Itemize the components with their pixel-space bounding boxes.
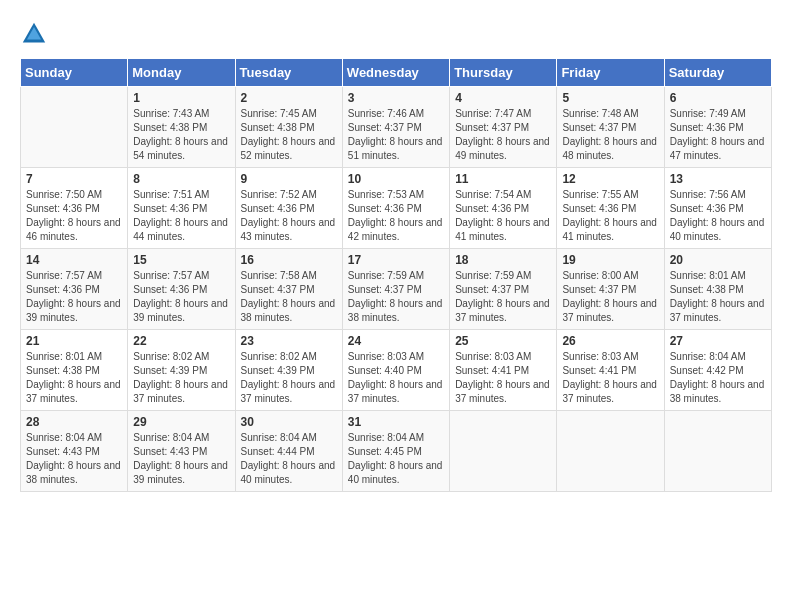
day-number: 2 bbox=[241, 91, 337, 105]
logo-icon bbox=[20, 20, 48, 48]
cell-content: Sunrise: 8:03 AMSunset: 4:40 PMDaylight:… bbox=[348, 350, 444, 406]
day-number: 20 bbox=[670, 253, 766, 267]
cell-content: Sunrise: 7:57 AMSunset: 4:36 PMDaylight:… bbox=[26, 269, 122, 325]
day-number: 31 bbox=[348, 415, 444, 429]
cell-content: Sunrise: 7:47 AMSunset: 4:37 PMDaylight:… bbox=[455, 107, 551, 163]
calendar-cell: 20 Sunrise: 8:01 AMSunset: 4:38 PMDaylig… bbox=[664, 249, 771, 330]
day-number: 11 bbox=[455, 172, 551, 186]
calendar-cell bbox=[557, 411, 664, 492]
day-header-tuesday: Tuesday bbox=[235, 59, 342, 87]
calendar-table: SundayMondayTuesdayWednesdayThursdayFrid… bbox=[20, 58, 772, 492]
calendar-cell: 2 Sunrise: 7:45 AMSunset: 4:38 PMDayligh… bbox=[235, 87, 342, 168]
calendar-cell bbox=[21, 87, 128, 168]
day-number: 22 bbox=[133, 334, 229, 348]
calendar-cell: 8 Sunrise: 7:51 AMSunset: 4:36 PMDayligh… bbox=[128, 168, 235, 249]
cell-content: Sunrise: 7:58 AMSunset: 4:37 PMDaylight:… bbox=[241, 269, 337, 325]
cell-content: Sunrise: 7:59 AMSunset: 4:37 PMDaylight:… bbox=[348, 269, 444, 325]
calendar-week-row: 1 Sunrise: 7:43 AMSunset: 4:38 PMDayligh… bbox=[21, 87, 772, 168]
cell-content: Sunrise: 8:03 AMSunset: 4:41 PMDaylight:… bbox=[455, 350, 551, 406]
calendar-week-row: 7 Sunrise: 7:50 AMSunset: 4:36 PMDayligh… bbox=[21, 168, 772, 249]
day-number: 4 bbox=[455, 91, 551, 105]
day-number: 24 bbox=[348, 334, 444, 348]
day-number: 27 bbox=[670, 334, 766, 348]
day-number: 12 bbox=[562, 172, 658, 186]
page-header bbox=[20, 20, 772, 48]
calendar-cell: 9 Sunrise: 7:52 AMSunset: 4:36 PMDayligh… bbox=[235, 168, 342, 249]
day-number: 26 bbox=[562, 334, 658, 348]
cell-content: Sunrise: 8:02 AMSunset: 4:39 PMDaylight:… bbox=[133, 350, 229, 406]
day-header-wednesday: Wednesday bbox=[342, 59, 449, 87]
calendar-cell: 11 Sunrise: 7:54 AMSunset: 4:36 PMDaylig… bbox=[450, 168, 557, 249]
calendar-cell: 16 Sunrise: 7:58 AMSunset: 4:37 PMDaylig… bbox=[235, 249, 342, 330]
calendar-cell: 18 Sunrise: 7:59 AMSunset: 4:37 PMDaylig… bbox=[450, 249, 557, 330]
day-header-saturday: Saturday bbox=[664, 59, 771, 87]
calendar-cell: 25 Sunrise: 8:03 AMSunset: 4:41 PMDaylig… bbox=[450, 330, 557, 411]
day-number: 29 bbox=[133, 415, 229, 429]
cell-content: Sunrise: 8:04 AMSunset: 4:43 PMDaylight:… bbox=[26, 431, 122, 487]
calendar-cell: 15 Sunrise: 7:57 AMSunset: 4:36 PMDaylig… bbox=[128, 249, 235, 330]
cell-content: Sunrise: 8:00 AMSunset: 4:37 PMDaylight:… bbox=[562, 269, 658, 325]
cell-content: Sunrise: 8:03 AMSunset: 4:41 PMDaylight:… bbox=[562, 350, 658, 406]
cell-content: Sunrise: 8:04 AMSunset: 4:42 PMDaylight:… bbox=[670, 350, 766, 406]
day-number: 1 bbox=[133, 91, 229, 105]
cell-content: Sunrise: 7:53 AMSunset: 4:36 PMDaylight:… bbox=[348, 188, 444, 244]
cell-content: Sunrise: 7:52 AMSunset: 4:36 PMDaylight:… bbox=[241, 188, 337, 244]
day-header-friday: Friday bbox=[557, 59, 664, 87]
day-number: 25 bbox=[455, 334, 551, 348]
day-number: 7 bbox=[26, 172, 122, 186]
calendar-cell: 19 Sunrise: 8:00 AMSunset: 4:37 PMDaylig… bbox=[557, 249, 664, 330]
calendar-cell: 23 Sunrise: 8:02 AMSunset: 4:39 PMDaylig… bbox=[235, 330, 342, 411]
calendar-cell bbox=[450, 411, 557, 492]
calendar-cell: 17 Sunrise: 7:59 AMSunset: 4:37 PMDaylig… bbox=[342, 249, 449, 330]
calendar-header-row: SundayMondayTuesdayWednesdayThursdayFrid… bbox=[21, 59, 772, 87]
cell-content: Sunrise: 8:04 AMSunset: 4:45 PMDaylight:… bbox=[348, 431, 444, 487]
cell-content: Sunrise: 7:56 AMSunset: 4:36 PMDaylight:… bbox=[670, 188, 766, 244]
day-number: 17 bbox=[348, 253, 444, 267]
calendar-week-row: 21 Sunrise: 8:01 AMSunset: 4:38 PMDaylig… bbox=[21, 330, 772, 411]
calendar-cell: 31 Sunrise: 8:04 AMSunset: 4:45 PMDaylig… bbox=[342, 411, 449, 492]
calendar-cell: 14 Sunrise: 7:57 AMSunset: 4:36 PMDaylig… bbox=[21, 249, 128, 330]
cell-content: Sunrise: 7:55 AMSunset: 4:36 PMDaylight:… bbox=[562, 188, 658, 244]
calendar-cell: 7 Sunrise: 7:50 AMSunset: 4:36 PMDayligh… bbox=[21, 168, 128, 249]
day-number: 8 bbox=[133, 172, 229, 186]
calendar-week-row: 14 Sunrise: 7:57 AMSunset: 4:36 PMDaylig… bbox=[21, 249, 772, 330]
day-number: 9 bbox=[241, 172, 337, 186]
cell-content: Sunrise: 8:04 AMSunset: 4:43 PMDaylight:… bbox=[133, 431, 229, 487]
calendar-cell: 29 Sunrise: 8:04 AMSunset: 4:43 PMDaylig… bbox=[128, 411, 235, 492]
calendar-cell: 12 Sunrise: 7:55 AMSunset: 4:36 PMDaylig… bbox=[557, 168, 664, 249]
calendar-cell: 4 Sunrise: 7:47 AMSunset: 4:37 PMDayligh… bbox=[450, 87, 557, 168]
calendar-cell: 30 Sunrise: 8:04 AMSunset: 4:44 PMDaylig… bbox=[235, 411, 342, 492]
calendar-cell: 3 Sunrise: 7:46 AMSunset: 4:37 PMDayligh… bbox=[342, 87, 449, 168]
calendar-cell: 10 Sunrise: 7:53 AMSunset: 4:36 PMDaylig… bbox=[342, 168, 449, 249]
day-number: 10 bbox=[348, 172, 444, 186]
calendar-cell: 22 Sunrise: 8:02 AMSunset: 4:39 PMDaylig… bbox=[128, 330, 235, 411]
logo bbox=[20, 20, 52, 48]
cell-content: Sunrise: 7:59 AMSunset: 4:37 PMDaylight:… bbox=[455, 269, 551, 325]
calendar-cell: 21 Sunrise: 8:01 AMSunset: 4:38 PMDaylig… bbox=[21, 330, 128, 411]
cell-content: Sunrise: 7:49 AMSunset: 4:36 PMDaylight:… bbox=[670, 107, 766, 163]
cell-content: Sunrise: 7:48 AMSunset: 4:37 PMDaylight:… bbox=[562, 107, 658, 163]
day-number: 18 bbox=[455, 253, 551, 267]
day-number: 6 bbox=[670, 91, 766, 105]
cell-content: Sunrise: 8:04 AMSunset: 4:44 PMDaylight:… bbox=[241, 431, 337, 487]
day-number: 3 bbox=[348, 91, 444, 105]
calendar-cell: 28 Sunrise: 8:04 AMSunset: 4:43 PMDaylig… bbox=[21, 411, 128, 492]
cell-content: Sunrise: 7:54 AMSunset: 4:36 PMDaylight:… bbox=[455, 188, 551, 244]
calendar-cell: 24 Sunrise: 8:03 AMSunset: 4:40 PMDaylig… bbox=[342, 330, 449, 411]
day-number: 5 bbox=[562, 91, 658, 105]
calendar-week-row: 28 Sunrise: 8:04 AMSunset: 4:43 PMDaylig… bbox=[21, 411, 772, 492]
day-number: 19 bbox=[562, 253, 658, 267]
calendar-cell: 27 Sunrise: 8:04 AMSunset: 4:42 PMDaylig… bbox=[664, 330, 771, 411]
day-header-monday: Monday bbox=[128, 59, 235, 87]
cell-content: Sunrise: 7:51 AMSunset: 4:36 PMDaylight:… bbox=[133, 188, 229, 244]
day-number: 30 bbox=[241, 415, 337, 429]
day-number: 28 bbox=[26, 415, 122, 429]
day-header-sunday: Sunday bbox=[21, 59, 128, 87]
calendar-cell: 26 Sunrise: 8:03 AMSunset: 4:41 PMDaylig… bbox=[557, 330, 664, 411]
day-number: 15 bbox=[133, 253, 229, 267]
day-number: 23 bbox=[241, 334, 337, 348]
calendar-cell: 13 Sunrise: 7:56 AMSunset: 4:36 PMDaylig… bbox=[664, 168, 771, 249]
cell-content: Sunrise: 7:46 AMSunset: 4:37 PMDaylight:… bbox=[348, 107, 444, 163]
cell-content: Sunrise: 8:01 AMSunset: 4:38 PMDaylight:… bbox=[26, 350, 122, 406]
cell-content: Sunrise: 7:50 AMSunset: 4:36 PMDaylight:… bbox=[26, 188, 122, 244]
